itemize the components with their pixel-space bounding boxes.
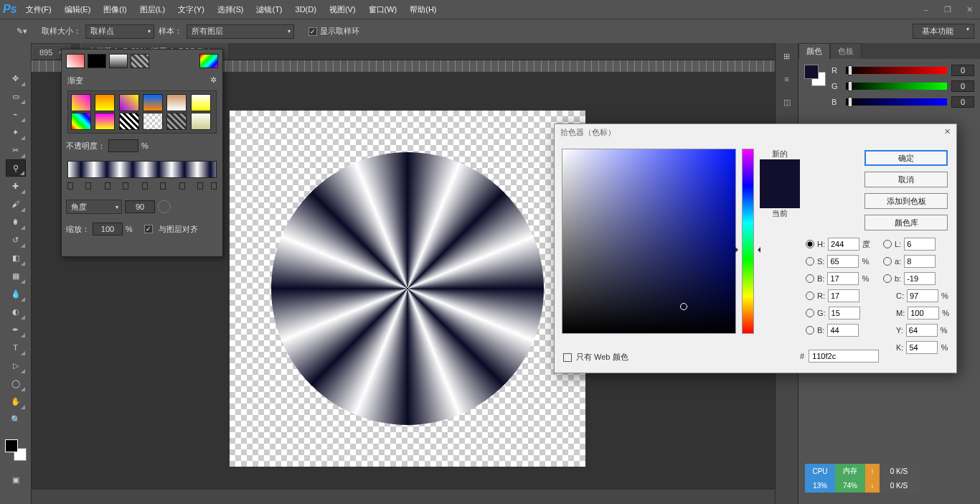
eraser-tool[interactable]: ◧ (6, 249, 26, 266)
color-swatches[interactable] (5, 439, 27, 461)
picker-close-icon[interactable]: ✕ (944, 127, 951, 139)
grad-preset[interactable] (143, 94, 163, 111)
r-input[interactable] (828, 289, 859, 302)
bc-input[interactable] (827, 324, 859, 337)
tab-color[interactable]: 颜色 (798, 43, 830, 59)
dodge-tool[interactable]: ◐ (6, 303, 26, 320)
g-value[interactable]: 0 (951, 80, 974, 92)
menu-window[interactable]: 窗口(W) (369, 4, 397, 15)
wand-tool[interactable]: ✦ (6, 123, 26, 141)
menu-help[interactable]: 帮助(H) (410, 4, 436, 15)
sample-dropdown[interactable]: 所有图层 (187, 24, 294, 39)
window-maximize[interactable]: ❐ (937, 0, 958, 19)
hand-tool[interactable]: ✋ (6, 393, 26, 410)
eyedropper-tool[interactable]: ⚲ (6, 159, 26, 177)
workspace-switcher[interactable]: 基本功能 (913, 24, 974, 39)
add-swatch-button[interactable]: 添加到色板 (864, 193, 948, 209)
menu-file[interactable]: 文件(F) (26, 4, 52, 15)
grad-preset[interactable] (119, 113, 139, 130)
panel-color-swatch[interactable] (804, 65, 826, 86)
g-slider[interactable] (846, 83, 947, 90)
menu-view[interactable]: 视图(V) (329, 4, 356, 15)
g-radio[interactable] (806, 309, 814, 317)
y-input[interactable] (906, 324, 938, 337)
l-radio[interactable] (883, 240, 892, 248)
h-radio[interactable] (806, 240, 814, 248)
menu-layer[interactable]: 图层(L) (140, 4, 165, 15)
grad-style-4[interactable] (131, 54, 149, 68)
sample-size-dropdown[interactable]: 取样点 (85, 24, 154, 39)
m-input[interactable] (908, 307, 939, 319)
bc-radio[interactable] (806, 326, 814, 335)
align-checkbox[interactable] (144, 225, 153, 233)
lasso-tool[interactable]: ⌁ (6, 106, 26, 123)
c-input[interactable] (907, 289, 938, 302)
b-radio[interactable] (806, 274, 814, 283)
g-input[interactable] (829, 307, 860, 319)
history-brush-tool[interactable]: ↺ (6, 231, 26, 248)
grad-preset[interactable] (95, 94, 115, 111)
menu-select[interactable]: 选择(S) (217, 4, 244, 15)
angle-dropdown[interactable]: 角度 (66, 200, 122, 214)
menu-3d[interactable]: 3D(D) (296, 5, 316, 14)
b-slider[interactable] (846, 98, 947, 106)
grad-style-1[interactable] (66, 54, 85, 68)
a-radio[interactable] (883, 257, 892, 266)
path-select-tool[interactable]: ▷ (6, 357, 26, 374)
r-slider[interactable] (846, 67, 947, 74)
menu-edit[interactable]: 编辑(E) (65, 4, 91, 15)
r-radio[interactable] (806, 291, 814, 300)
grad-style-2[interactable] (88, 54, 106, 68)
hex-input[interactable] (809, 350, 879, 363)
grad-preset[interactable] (95, 113, 115, 130)
crop-tool[interactable]: ✂ (6, 141, 26, 159)
show-ring-checkbox[interactable] (308, 27, 317, 36)
scale-input[interactable]: 100 (93, 223, 123, 235)
dock-icon-1[interactable]: ⊞ (777, 46, 797, 66)
menu-filter[interactable]: 滤镜(T) (256, 4, 282, 15)
lab-b-radio[interactable] (883, 274, 892, 283)
a-input[interactable] (904, 255, 936, 268)
l-input[interactable] (904, 238, 936, 251)
shape-tool[interactable]: ◯ (6, 375, 26, 392)
b-input[interactable] (827, 272, 859, 285)
tab-swatches[interactable]: 色板 (830, 43, 862, 59)
color-lib-button[interactable]: 颜色库 (864, 215, 948, 230)
ok-button[interactable]: 确定 (864, 150, 948, 166)
s-input[interactable] (827, 255, 859, 268)
gradient-bar[interactable] (67, 161, 217, 178)
quickmask-toggle[interactable]: ▣ (6, 471, 26, 488)
pen-tool[interactable]: ✒ (6, 321, 26, 338)
k-input[interactable] (906, 341, 938, 354)
move-tool[interactable]: ✥ (6, 70, 26, 87)
menu-text[interactable]: 文字(Y) (178, 4, 204, 15)
grad-preset[interactable] (119, 94, 139, 111)
grad-spectrum-icon[interactable] (199, 54, 218, 68)
hue-strip[interactable] (742, 149, 754, 334)
grad-preset[interactable] (71, 113, 91, 130)
window-close[interactable]: ✕ (958, 0, 980, 19)
angle-dial-icon[interactable] (158, 200, 171, 213)
cancel-button[interactable]: 取消 (864, 172, 948, 187)
h-input[interactable] (828, 238, 859, 251)
grad-preset[interactable] (166, 94, 187, 111)
opacity-input[interactable] (108, 139, 138, 152)
s-radio[interactable] (806, 257, 814, 266)
dock-icon-2[interactable]: ≡ (777, 69, 797, 89)
blur-tool[interactable]: 💧 (6, 285, 26, 302)
angle-input[interactable]: 90 (125, 200, 155, 213)
healing-tool[interactable]: ✚ (6, 177, 26, 195)
window-minimize[interactable]: – (915, 0, 937, 19)
b-value[interactable]: 0 (951, 96, 974, 108)
grad-preset[interactable] (143, 113, 163, 130)
canvas[interactable] (230, 111, 585, 467)
gradient-stops[interactable] (67, 182, 217, 191)
grad-preset[interactable] (191, 94, 211, 111)
type-tool[interactable]: T (6, 339, 26, 356)
zoom-tool[interactable]: 🔍 (6, 411, 26, 428)
r-value[interactable]: 0 (951, 65, 974, 76)
gradient-tool[interactable]: ▦ (6, 267, 26, 284)
tool-indicator-icon[interactable]: ✎▾ (11, 23, 32, 40)
grad-preset[interactable] (191, 113, 211, 130)
stamp-tool[interactable]: ⧯ (6, 213, 26, 230)
